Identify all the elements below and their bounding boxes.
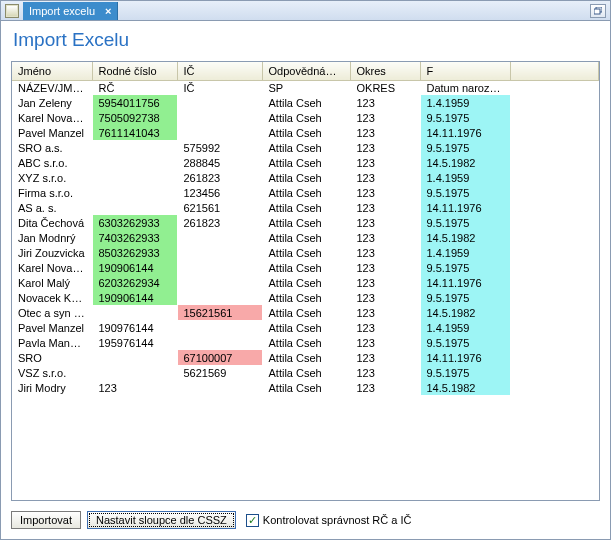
table-cell[interactable]: 9.5.1975 xyxy=(420,110,510,125)
table-row[interactable]: Otec a syn s.…15621561Attila Cseh12314.5… xyxy=(12,305,599,320)
table-cell[interactable]: Novacek Karel xyxy=(12,290,92,305)
table-row[interactable]: AS a. s.621561Attila Cseh12314.11.1976 xyxy=(12,200,599,215)
table-cell[interactable] xyxy=(177,260,262,275)
table-cell[interactable]: Jiri Zouzvicka xyxy=(12,245,92,260)
table-cell[interactable] xyxy=(177,245,262,260)
table-cell[interactable]: Karel Novacek xyxy=(12,260,92,275)
table-cell[interactable]: 9.5.1975 xyxy=(420,185,510,200)
table-row[interactable]: Pavel Manzel190976144Attila Cseh1231.4.1… xyxy=(12,320,599,335)
table-cell[interactable]: 288845 xyxy=(177,155,262,170)
table-cell[interactable]: 190976144 xyxy=(92,320,177,335)
table-cell[interactable]: 123 xyxy=(350,230,420,245)
table-cell[interactable]: Attila Cseh xyxy=(262,200,350,215)
table-cell[interactable]: 14.5.1982 xyxy=(420,380,510,395)
table-cell[interactable] xyxy=(177,95,262,110)
table-cell[interactable]: 261823 xyxy=(177,215,262,230)
table-cell[interactable]: Karol Malý xyxy=(12,275,92,290)
table-cell[interactable]: Attila Cseh xyxy=(262,140,350,155)
table-cell[interactable]: 190906144 xyxy=(92,260,177,275)
table-row[interactable]: Jiri Modry123Attila Cseh12314.5.1982 xyxy=(12,380,599,395)
table-cell[interactable] xyxy=(177,335,262,350)
table-row[interactable]: Jan Modnrý7403262933Attila Cseh12314.5.1… xyxy=(12,230,599,245)
table-row[interactable]: Karel Novacek190906144Attila Cseh1239.5.… xyxy=(12,260,599,275)
table-cell[interactable] xyxy=(510,260,599,275)
table-cell[interactable] xyxy=(510,185,599,200)
table-cell[interactable]: 123 xyxy=(350,185,420,200)
table-cell[interactable] xyxy=(177,125,262,140)
table-cell[interactable]: Attila Cseh xyxy=(262,320,350,335)
table-cell[interactable]: Attila Cseh xyxy=(262,230,350,245)
table-cell[interactable] xyxy=(92,305,177,320)
table-cell[interactable]: AS a. s. xyxy=(12,200,92,215)
table-cell[interactable]: 123 xyxy=(350,350,420,365)
table-cell[interactable] xyxy=(177,275,262,290)
table-row[interactable]: Jiri Zouzvicka8503262933Attila Cseh1231.… xyxy=(12,245,599,260)
table-cell[interactable]: 5954011756 xyxy=(92,95,177,110)
table-cell[interactable]: Attila Cseh xyxy=(262,275,350,290)
column-header[interactable]: Rodné číslo xyxy=(92,62,177,80)
table-cell[interactable] xyxy=(92,155,177,170)
table-cell[interactable]: 261823 xyxy=(177,170,262,185)
table-cell[interactable]: 9.5.1975 xyxy=(420,140,510,155)
table-cell[interactable]: 14.5.1982 xyxy=(420,230,510,245)
table-row[interactable]: Pavla Manzel…195976144Attila Cseh1239.5.… xyxy=(12,335,599,350)
table-cell[interactable] xyxy=(510,80,599,95)
table-cell[interactable] xyxy=(510,380,599,395)
document-tab[interactable]: Import excelu × xyxy=(23,2,118,20)
table-cell[interactable] xyxy=(92,200,177,215)
table-cell[interactable]: NÁZEV/JMÉN… xyxy=(12,80,92,95)
table-cell[interactable]: 123 xyxy=(350,365,420,380)
table-cell[interactable]: 123 xyxy=(350,335,420,350)
table-cell[interactable]: 190906144 xyxy=(92,290,177,305)
table-cell[interactable]: 123 xyxy=(350,320,420,335)
table-cell[interactable]: Attila Cseh xyxy=(262,215,350,230)
table-cell[interactable]: 621561 xyxy=(177,200,262,215)
table-cell[interactable]: 1.4.1959 xyxy=(420,95,510,110)
table-cell[interactable]: 9.5.1975 xyxy=(420,335,510,350)
table-cell[interactable]: 123 xyxy=(350,305,420,320)
table-cell[interactable]: 123 xyxy=(350,380,420,395)
table-cell[interactable]: RČ xyxy=(92,80,177,95)
table-cell[interactable]: 123 xyxy=(350,95,420,110)
table-cell[interactable]: Attila Cseh xyxy=(262,380,350,395)
table-cell[interactable]: 9.5.1975 xyxy=(420,215,510,230)
table-cell[interactable]: 1.4.1959 xyxy=(420,170,510,185)
table-cell[interactable]: SRO a.s. xyxy=(12,140,92,155)
table-cell[interactable]: 123 xyxy=(350,125,420,140)
set-columns-cssz-button[interactable]: Nastavit sloupce dle CSSZ xyxy=(87,511,236,529)
table-cell[interactable]: Pavel Manzel xyxy=(12,125,92,140)
table-row[interactable]: SRO a.s.575992Attila Cseh1239.5.1975 xyxy=(12,140,599,155)
table-cell[interactable]: 9.5.1975 xyxy=(420,260,510,275)
table-row[interactable]: Firma s.r.o.123456Attila Cseh1239.5.1975 xyxy=(12,185,599,200)
table-cell[interactable] xyxy=(510,170,599,185)
table-cell[interactable]: 5621569 xyxy=(177,365,262,380)
table-cell[interactable]: 123 xyxy=(350,260,420,275)
table-cell[interactable]: 123 xyxy=(350,110,420,125)
table-cell[interactable] xyxy=(510,215,599,230)
table-cell[interactable]: 14.11.1976 xyxy=(420,350,510,365)
table-row[interactable]: Novacek Karel190906144Attila Cseh1239.5.… xyxy=(12,290,599,305)
table-cell[interactable] xyxy=(510,230,599,245)
table-cell[interactable] xyxy=(510,305,599,320)
table-cell[interactable]: 14.11.1976 xyxy=(420,200,510,215)
table-cell[interactable] xyxy=(92,350,177,365)
table-cell[interactable]: XYZ s.r.o. xyxy=(12,170,92,185)
table-cell[interactable]: Dita Čechová xyxy=(12,215,92,230)
table-row[interactable]: Dita Čechová6303262933261823Attila Cseh1… xyxy=(12,215,599,230)
table-cell[interactable]: 15621561 xyxy=(177,305,262,320)
restore-window-button[interactable] xyxy=(590,4,606,18)
column-header[interactable]: Jméno xyxy=(12,62,92,80)
table-cell[interactable]: Attila Cseh xyxy=(262,365,350,380)
table-cell[interactable]: Attila Cseh xyxy=(262,125,350,140)
column-header[interactable]: F xyxy=(420,62,510,80)
table-cell[interactable]: 123 xyxy=(350,200,420,215)
table-cell[interactable]: SRO xyxy=(12,350,92,365)
table-cell[interactable]: Attila Cseh xyxy=(262,335,350,350)
validate-rc-ic-checkbox[interactable]: ✓ Kontrolovat správnost RČ a IČ xyxy=(246,514,412,527)
table-cell[interactable] xyxy=(510,110,599,125)
table-cell[interactable]: 14.5.1982 xyxy=(420,305,510,320)
table-cell[interactable]: 123 xyxy=(350,170,420,185)
table-cell[interactable] xyxy=(510,200,599,215)
table-cell[interactable]: 123 xyxy=(350,140,420,155)
table-cell[interactable]: Jan Zeleny xyxy=(12,95,92,110)
